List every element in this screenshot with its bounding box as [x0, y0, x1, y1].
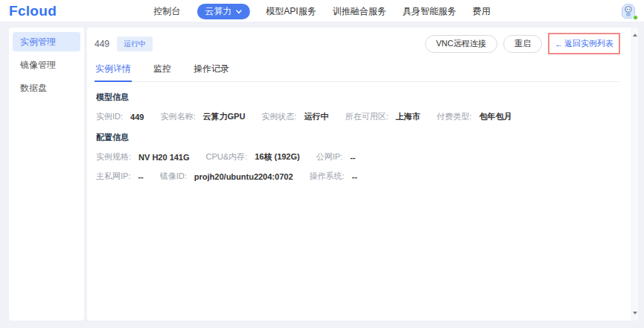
info-value: NV H20 141G [138, 153, 189, 162]
info-label: 公网IP: [316, 151, 342, 163]
section-config-info: 配置信息 实例规格: NV H20 141G CPU&内存: 16核 (192G… [95, 132, 620, 182]
info-value: -- [138, 172, 143, 181]
instance-actions: VNC远程连接 重启 ← 返回实例列表 [425, 33, 620, 54]
info-pair-instance-spec: 实例规格: NV H20 141G [96, 151, 190, 163]
sidebar-item-instance-management[interactable]: 实例管理 [13, 32, 80, 51]
info-value: 上海市 [395, 111, 420, 122]
info-row: 实例规格: NV H20 141G CPU&内存: 16核 (192G) 公网I… [96, 151, 620, 163]
info-pair-billing-type: 付费类型: 包年包月 [436, 111, 511, 122]
section-model-info: 模型信息 实例ID: 449 实例名称: 云算力GPU 实例状态: 运行中 所在… [95, 92, 620, 122]
nav-item-train-infer[interactable]: 训推融合服务 [333, 5, 386, 18]
info-pair-private-ip: 主私网IP: -- [96, 171, 144, 182]
online-status-dot [633, 15, 638, 20]
info-value: -- [352, 172, 357, 181]
info-value: 449 [130, 113, 144, 122]
info-value: 16核 (192G) [255, 151, 300, 163]
vnc-connect-button[interactable]: VNC远程连接 [425, 35, 497, 53]
chevron-down-icon [235, 6, 241, 16]
info-pair-instance-id: 实例ID: 449 [96, 111, 144, 122]
user-avatar[interactable] [622, 4, 637, 19]
instance-id: 449 [95, 39, 109, 49]
info-value: 包年包月 [479, 111, 512, 122]
info-value: 运行中 [304, 111, 328, 122]
info-label: CPU&内存: [206, 151, 248, 163]
info-label: 镜像ID: [160, 171, 187, 182]
info-label: 实例规格: [96, 151, 131, 163]
nav-item-console[interactable]: 控制台 [153, 5, 180, 18]
back-link-label: 返回实例列表 [564, 38, 613, 49]
info-row: 实例ID: 449 实例名称: 云算力GPU 实例状态: 运行中 所在可用区: … [96, 111, 620, 122]
fcloud-logo[interactable]: Fcloud [9, 3, 57, 19]
info-label: 所在可用区: [345, 111, 388, 122]
info-value: projh20/ubuntu2204:0702 [194, 172, 293, 181]
arrow-left-icon: ← [555, 40, 563, 48]
sidebar: 实例管理 镜像管理 数据盘 [9, 28, 84, 321]
info-label: 实例名称: [160, 111, 195, 122]
main-nav: 控制台 云算力 模型API服务 训推融合服务 具身智能服务 费用 [153, 0, 490, 22]
scroll-down-arrow-icon[interactable] [633, 312, 637, 315]
section-title: 模型信息 [96, 92, 620, 103]
instance-title-group: 449 运行中 [95, 37, 153, 51]
info-label: 付费类型: [436, 111, 471, 122]
instance-header: 449 运行中 VNC远程连接 重启 ← 返回实例列表 [95, 33, 620, 54]
top-nav-bar: Fcloud 控制台 云算力 模型API服务 训推融合服务 具身智能服务 费用 [0, 0, 644, 22]
nav-item-model-api[interactable]: 模型API服务 [266, 5, 316, 18]
back-to-instance-list-link[interactable]: ← 返回实例列表 [548, 33, 620, 54]
tab-operation-log[interactable]: 操作记录 [193, 61, 230, 81]
nav-item-cloud-compute[interactable]: 云算力 [197, 4, 249, 19]
info-row: 主私网IP: -- 镜像ID: projh20/ubuntu2204:0702 … [96, 171, 620, 182]
info-pair-instance-name: 实例名称: 云算力GPU [160, 111, 245, 122]
sidebar-item-image-management[interactable]: 镜像管理 [13, 55, 80, 75]
vertical-scrollbar[interactable] [631, 28, 638, 321]
info-pair-availability-zone: 所在可用区: 上海市 [345, 111, 420, 122]
info-pair-image-id: 镜像ID: projh20/ubuntu2204:0702 [160, 171, 293, 182]
info-pair-os: 操作系统: -- [310, 171, 357, 182]
detail-tabs: 实例详情 监控 操作记录 [95, 61, 620, 82]
info-label: 实例ID: [96, 111, 123, 122]
info-label: 操作系统: [310, 171, 345, 182]
section-title: 配置信息 [96, 132, 620, 143]
info-pair-public-ip: 公网IP: -- [316, 151, 356, 163]
status-badge: 运行中 [117, 37, 153, 51]
info-pair-instance-status: 实例状态: 运行中 [261, 111, 328, 122]
restart-button[interactable]: 重启 [503, 35, 542, 53]
nav-item-billing[interactable]: 费用 [473, 5, 491, 18]
sidebar-item-data-disk[interactable]: 数据盘 [13, 78, 80, 98]
info-label: 主私网IP: [96, 171, 130, 182]
tab-instance-details[interactable]: 实例详情 [95, 61, 132, 82]
tab-monitoring[interactable]: 监控 [153, 61, 172, 81]
nav-item-cloud-compute-label: 云算力 [205, 5, 232, 18]
instance-detail-panel: 449 运行中 VNC远程连接 重启 ← 返回实例列表 实例详情 监控 操作记录… [87, 28, 638, 321]
info-value: -- [350, 153, 355, 162]
nav-item-embodied-ai[interactable]: 具身智能服务 [403, 5, 456, 18]
info-value: 云算力GPU [203, 111, 245, 122]
info-label: 实例状态: [261, 111, 296, 122]
info-pair-cpu-memory: CPU&内存: 16核 (192G) [206, 151, 300, 163]
scroll-up-arrow-icon[interactable] [633, 34, 637, 37]
